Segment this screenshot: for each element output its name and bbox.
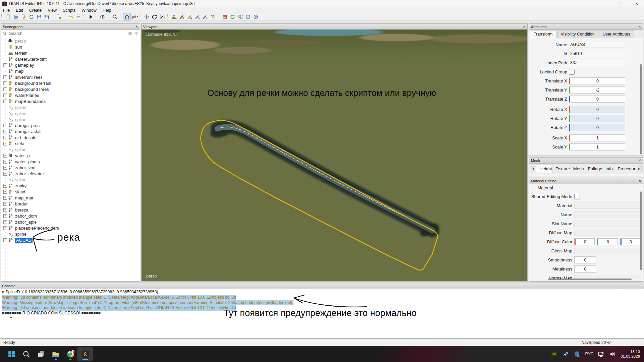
minimize-button[interactable]: ─ — [600, 0, 614, 7]
scenegraph-item-mapboundaries[interactable]: +mapBoundaries — [1, 98, 140, 104]
console-line[interactable]: Warning: i3d contains non-binary indexed… — [2, 295, 236, 300]
shared-editing-mode-checkbox[interactable] — [574, 194, 580, 199]
scenegraph-item-zabor-vod[interactable]: +zabor_vod — [1, 165, 140, 171]
toolbar-reload-materials-button[interactable] — [229, 13, 236, 20]
material-field[interactable] — [574, 202, 642, 209]
tab-foliage[interactable]: Foliage — [585, 165, 602, 173]
toolbar-show-visibility-button[interactable] — [99, 13, 106, 20]
scenegraph-item-doroga-pros[interactable]: +doroga_pros — [1, 122, 140, 128]
scenegraph-item-terrain[interactable]: terrain — [1, 50, 140, 56]
console-line[interactable]: Warning: i3d contains non-binary indexed… — [2, 305, 236, 311]
menu-scripts[interactable]: Scripts — [60, 8, 78, 13]
close-button[interactable]: ✕ — [629, 0, 644, 7]
name-field[interactable] — [574, 212, 642, 218]
expand-toggle[interactable]: + — [3, 124, 7, 127]
tabs-scroll-left[interactable]: ◀ — [531, 166, 535, 172]
toolbar-camera-toggle-button[interactable]: ▾ — [131, 13, 138, 20]
toolbar-replace-sync-button[interactable] — [237, 13, 244, 20]
expand-toggle[interactable]: + — [3, 208, 7, 212]
toolbar-frame-home-button[interactable] — [123, 13, 130, 20]
attributes-scrollbar[interactable] — [640, 64, 642, 155]
expand-toggle[interactable]: + — [3, 100, 7, 103]
scenegraph-item-map[interactable]: map — [1, 68, 140, 74]
scenegraph-item-spline[interactable]: spline — [1, 110, 140, 116]
maximize-button[interactable]: □ — [614, 0, 629, 7]
tab-user-attributes[interactable]: User Attributes — [599, 31, 634, 38]
expand-toggle[interactable]: + — [3, 196, 7, 200]
expand-toggle[interactable]: + — [3, 220, 7, 224]
toolbar-terrain-paint-red-button[interactable] — [178, 13, 185, 20]
console-line[interactable]: mSplineD: (-0.16306228935718536, 0.00663… — [2, 290, 158, 295]
scenegraph-item-spline[interactable]: spline — [1, 177, 140, 183]
translate-x-field[interactable]: 0 — [569, 77, 625, 84]
scale-y-field[interactable]: 1 — [569, 143, 625, 150]
tab-visibility-condition[interactable]: Visibility Condition — [557, 31, 598, 38]
scenegraph-item-silverruntrees[interactable]: +silverrunTrees — [1, 74, 140, 80]
tab-info[interactable]: Info — [602, 165, 614, 173]
toolbar-save-button[interactable] — [36, 13, 43, 20]
scenegraph-item-bordur[interactable]: +bordur — [1, 201, 140, 207]
toolbar-zoom-select-button[interactable] — [111, 13, 118, 20]
scenegraph-item-spline[interactable]: spline — [1, 146, 140, 153]
toolbar-terrain-paint-blue-button[interactable] — [194, 13, 201, 20]
expand-toggle[interactable]: + — [3, 160, 7, 164]
tab-mesh[interactable]: Mesh — [570, 165, 585, 173]
menu-help[interactable]: Help — [100, 8, 114, 13]
tray-touch-display-icon[interactable] — [598, 351, 605, 358]
scenegraph-item-vater-p[interactable]: +vater_p — [1, 153, 140, 159]
gloss-map-field[interactable] — [574, 248, 642, 254]
menu-edit[interactable]: Edit — [13, 8, 26, 13]
expand-toggle[interactable]: + — [3, 172, 7, 176]
index-path-field[interactable]: 33> — [569, 60, 625, 66]
scenegraph-item-sun[interactable]: sun — [1, 44, 140, 50]
expand-toggle[interactable]: + — [3, 184, 7, 188]
menu-create[interactable]: Create — [26, 8, 45, 13]
menu-file[interactable]: File — [0, 8, 13, 13]
toolbar-rotate-tool-button[interactable] — [151, 13, 158, 20]
scenegraph-item-waterplanes[interactable]: +waterPlanes — [1, 92, 140, 98]
scale-x-field[interactable]: 1 — [569, 134, 625, 141]
toolbar-text-object-button[interactable]: AB — [221, 13, 228, 20]
scenegraph-item-stela[interactable]: +stela — [1, 140, 140, 146]
scenegraph-item-dirt-decals[interactable]: +dirt_decals — [1, 134, 140, 140]
tray-steam-icon[interactable] — [562, 351, 569, 358]
tab-texture[interactable]: Texture — [552, 165, 570, 173]
translate-y-field[interactable]: -2 — [569, 86, 625, 94]
metalness-field[interactable]: 0 — [574, 265, 596, 273]
id-field[interactable]: 25610 — [569, 51, 625, 57]
translate-z-field[interactable]: 0 — [569, 96, 625, 103]
toolbar-open-file-button[interactable] — [12, 13, 19, 20]
slot-name-field[interactable] — [574, 221, 642, 227]
scenegraph-item-sklad[interactable]: +sklad — [1, 189, 140, 195]
console-line[interactable]: Warning: Missing texture 'flowMap' in 'a… — [2, 300, 293, 306]
close-icon[interactable]: ✕ — [136, 25, 138, 28]
tab-procedura[interactable]: Procedura — [614, 165, 636, 173]
console-line[interactable]: ======== RIO CRIADO COM SUCESSO! =======… — [2, 311, 101, 316]
material-section-header[interactable]: ⌃ Material — [529, 184, 643, 191]
scenegraph-item-careerstartpoint[interactable]: careerStartPoint — [1, 56, 140, 62]
tray-volume-icon[interactable] — [609, 351, 616, 358]
expand-toggle[interactable]: + — [3, 130, 7, 133]
toolbar-rotate-view-button[interactable] — [245, 13, 252, 20]
expand-toggle[interactable]: + — [3, 202, 7, 206]
material-scrollbar[interactable] — [640, 191, 642, 270]
tabs-scroll-right[interactable]: ▶ — [637, 166, 642, 172]
scenegraph-item-zabor-dom[interactable]: +zabor_dom — [1, 213, 140, 219]
scenegraph-item-backgroundtrees[interactable]: +backgroundTrees — [1, 86, 140, 92]
material-hscrollbar[interactable] — [548, 279, 632, 280]
menu-window[interactable]: Window — [78, 8, 99, 13]
scenegraph-item-backgroundterrain[interactable]: +backgroundTerrain — [1, 80, 140, 86]
diffuse-map-field[interactable] — [574, 230, 642, 236]
close-icon[interactable]: ✕ — [523, 25, 526, 28]
expand-toggle[interactable]: + — [3, 81, 7, 85]
scenegraph-item-spline[interactable]: spline — [1, 116, 140, 122]
toolbar-play-button[interactable] — [87, 13, 94, 20]
toolbar-undo-button[interactable] — [67, 13, 74, 20]
expand-toggle[interactable]: + — [3, 136, 7, 139]
scenegraph-item-zabor-elevator[interactable]: +zabor_elevator — [1, 171, 140, 177]
normal-map-field[interactable] — [574, 275, 642, 279]
clear-search-icon[interactable] — [128, 31, 132, 36]
scenegraph-item-zabor-aple[interactable]: +zabor_aple — [1, 219, 140, 225]
search-input[interactable] — [8, 31, 128, 36]
tab-height[interactable]: Height — [536, 165, 552, 173]
